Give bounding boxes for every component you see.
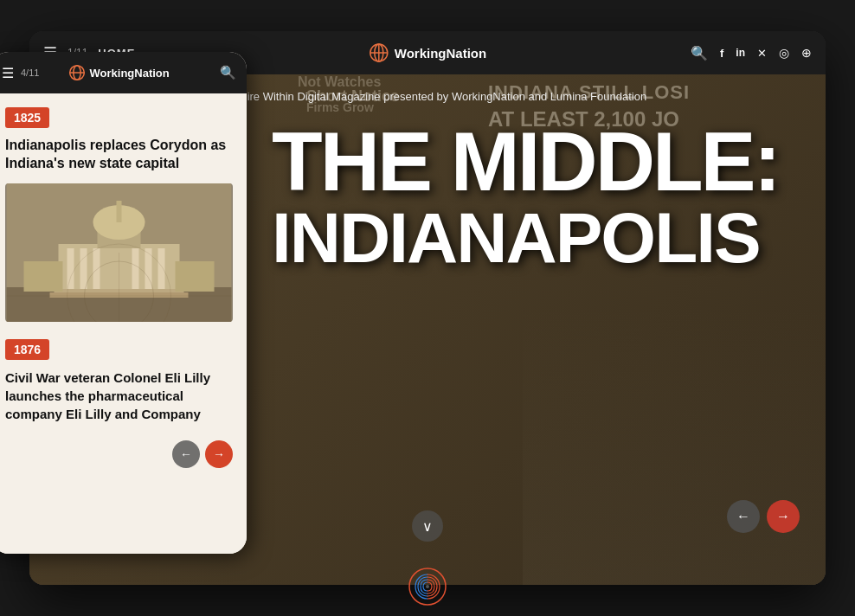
hero-title-line2: INDIANAPOLIS: [272, 204, 779, 272]
subtitle-text: An Inquire Within Digital Magazine prese…: [209, 90, 646, 103]
next-arrow-button[interactable]: →: [767, 500, 800, 533]
svg-rect-18: [117, 201, 122, 222]
instagram-icon[interactable]: ◎: [779, 46, 789, 60]
svg-rect-22: [176, 261, 215, 292]
mobile-globe-icon: [68, 64, 86, 81]
linkedin-icon[interactable]: in: [736, 47, 745, 59]
search-icon[interactable]: 🔍: [691, 45, 708, 61]
bottom-fingerprint-logo: [408, 568, 447, 606]
mobile-top-bar: ☰ 4/11 WorkingNation 🔍: [0, 52, 247, 93]
globe-icon: [369, 42, 389, 63]
svg-rect-21: [24, 261, 63, 292]
fingerprint-svg: [408, 568, 447, 606]
website-icon[interactable]: ⊕: [801, 46, 812, 60]
event-title-1825: Indianapolis replaces Corydon as Indiana…: [5, 137, 233, 173]
capitol-building-image: [5, 183, 233, 322]
capitol-svg: [5, 183, 233, 322]
svg-rect-13: [132, 248, 139, 292]
hero-headline-area: THE MIDDLE: INDIANAPOLIS: [272, 122, 779, 272]
mobile-nav-arrows: ← →: [5, 433, 233, 475]
top-bar-logo: WorkingNation: [369, 42, 486, 63]
svg-rect-12: [93, 248, 100, 292]
mobile-content: 1825 Indianapolis replaces Corydon as In…: [0, 93, 247, 554]
down-arrow-button[interactable]: ∨: [412, 510, 443, 542]
top-bar-right: 🔍 f in ✕ ◎ ⊕: [691, 45, 812, 61]
mobile-logo-text: WorkingNation: [90, 67, 170, 80]
mobile-prev-button[interactable]: ←: [172, 440, 200, 468]
mobile-logo-area: WorkingNation: [68, 64, 170, 81]
prev-arrow-button[interactable]: ←: [727, 500, 760, 533]
twitter-icon[interactable]: ✕: [757, 47, 767, 60]
mobile-search-icon[interactable]: 🔍: [220, 65, 236, 80]
mobile-device: ☰ 4/11 WorkingNation 🔍 1825 Indianapolis…: [0, 52, 247, 554]
nav-arrows: ← →: [727, 500, 800, 533]
chevron-down-icon: ∨: [422, 518, 433, 535]
logo-text: WorkingNation: [395, 46, 486, 61]
mobile-hamburger-icon[interactable]: ☰: [2, 65, 14, 81]
svg-point-28: [426, 585, 429, 588]
mobile-next-button[interactable]: →: [205, 440, 233, 468]
facebook-icon[interactable]: f: [720, 47, 723, 60]
event-title-1876: Civil War veteran Colonel Eli Lilly laun…: [5, 369, 233, 423]
mobile-page-counter: 4/11: [21, 67, 39, 78]
year-badge-1825: 1825: [5, 107, 49, 128]
hero-title-line1: THE MIDDLE:: [272, 122, 779, 201]
year-badge-1876: 1876: [5, 339, 49, 360]
